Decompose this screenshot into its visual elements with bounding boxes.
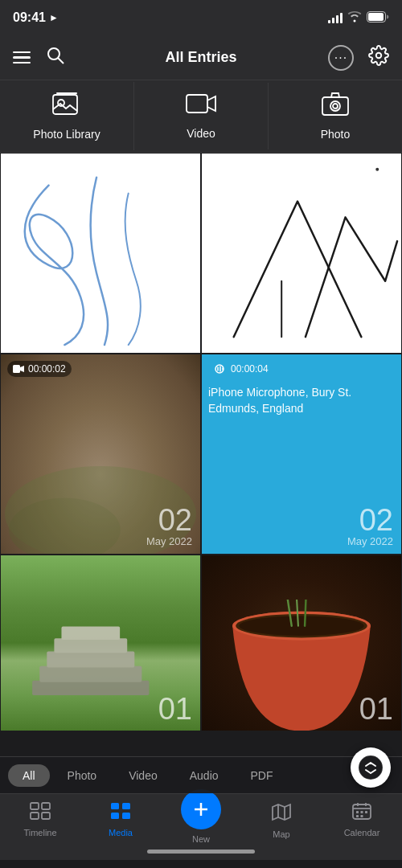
filter-photo[interactable]: Photo [53, 764, 112, 787]
media-label: Media [109, 828, 133, 837]
svg-rect-47 [365, 811, 367, 813]
calendar-icon [352, 802, 371, 825]
search-button[interactable] [47, 47, 64, 69]
svg-rect-9 [322, 97, 348, 115]
tab-bar: Timeline Media New [0, 793, 402, 860]
filter-audio[interactable]: Audio [175, 764, 233, 787]
status-icons [328, 11, 389, 25]
drawing-cell-2[interactable] [201, 153, 402, 354]
svg-point-4 [376, 52, 382, 58]
tab-new[interactable]: New [161, 802, 241, 844]
photo-date-2: 01 [359, 694, 393, 724]
content-grid: 00:00:02 02 May 2022 00:00:04 iPhone Mic… [0, 153, 402, 756]
new-label: New [192, 834, 210, 844]
tab-media[interactable]: Media [80, 802, 161, 837]
svg-point-11 [333, 104, 338, 108]
map-icon [272, 802, 291, 826]
video-icon [186, 92, 216, 121]
wifi-icon [347, 11, 362, 25]
filter-bar: All Photo Video Audio PDF [0, 756, 402, 793]
svg-rect-1 [368, 13, 384, 21]
photo-library-icon [52, 92, 81, 121]
svg-rect-34 [111, 813, 119, 819]
video-date-1: 02 May 2022 [146, 505, 192, 547]
tab-calendar[interactable]: Calendar [322, 802, 402, 837]
svg-rect-5 [53, 95, 77, 114]
svg-rect-16 [32, 681, 149, 695]
timeline-label: Timeline [23, 828, 56, 837]
tab-photo[interactable]: Photo [269, 82, 402, 150]
svg-rect-30 [31, 813, 39, 819]
signal-icon [328, 12, 343, 23]
tab-timeline[interactable]: Timeline [0, 802, 80, 837]
video-duration-badge-1: 00:00:02 [7, 361, 72, 377]
filter-pdf[interactable]: PDF [236, 764, 288, 787]
tab-photo-library[interactable]: Photo Library [0, 82, 134, 150]
svg-rect-49 [361, 815, 363, 817]
nav-left-controls [13, 47, 64, 69]
status-bar: 09:41 ► [0, 0, 402, 35]
fab-button[interactable] [351, 747, 391, 788]
svg-rect-36 [122, 813, 130, 819]
media-icon [110, 802, 131, 825]
svg-rect-32 [42, 813, 50, 819]
svg-rect-45 [356, 811, 359, 813]
drawing-cell-1[interactable] [0, 153, 201, 354]
photo-icon [322, 92, 349, 121]
home-indicator [147, 850, 255, 854]
svg-point-50 [359, 755, 383, 780]
tab-video[interactable]: Video [134, 83, 269, 149]
video-cell-2[interactable]: 00:00:04 iPhone Microphone, Bury St. Edm… [201, 354, 402, 555]
nav-right-controls: ··· [328, 45, 389, 71]
media-type-selector: Photo Library Video Photo [0, 80, 402, 153]
settings-button[interactable] [368, 45, 389, 71]
map-label: Map [273, 829, 289, 839]
page-title: All Entries [165, 49, 236, 66]
location-icon: ► [49, 12, 59, 23]
svg-rect-31 [42, 803, 50, 809]
more-button[interactable]: ··· [328, 45, 354, 71]
calendar-label: Calendar [344, 828, 380, 837]
photo-cell-1[interactable]: 01 [0, 555, 201, 731]
svg-rect-48 [356, 815, 359, 817]
svg-rect-29 [31, 803, 39, 809]
time-label: 09:41 [13, 10, 46, 25]
svg-rect-33 [111, 803, 119, 809]
svg-point-12 [375, 168, 379, 171]
video-duration-badge-2: 00:00:04 [208, 361, 274, 377]
battery-icon [367, 11, 389, 25]
svg-point-24 [239, 616, 363, 636]
nav-bar: All Entries ··· [0, 35, 402, 80]
video-location-info: iPhone Microphone, Bury St. Edmunds, Eng… [208, 385, 401, 416]
svg-rect-46 [361, 811, 363, 813]
svg-rect-15 [13, 365, 20, 373]
svg-rect-20 [61, 627, 120, 640]
svg-rect-17 [39, 666, 142, 682]
svg-point-10 [330, 101, 340, 111]
filter-video[interactable]: Video [114, 764, 172, 787]
svg-point-2 [48, 48, 59, 59]
video-date-2: 02 May 2022 [347, 505, 393, 547]
status-time-display: 09:41 ► [13, 10, 59, 25]
video-cell-1[interactable]: 00:00:02 02 May 2022 [0, 354, 201, 555]
photo-cell-2[interactable]: 01 [201, 555, 402, 731]
svg-rect-35 [122, 803, 130, 809]
tab-map[interactable]: Map [241, 802, 322, 839]
new-button[interactable] [181, 789, 221, 829]
timeline-icon [30, 802, 51, 825]
svg-rect-6 [56, 92, 77, 94]
menu-button[interactable] [13, 51, 31, 64]
photo-date-1: 01 [158, 694, 192, 724]
photo-library-label: Photo Library [33, 128, 100, 141]
svg-rect-8 [187, 95, 207, 113]
filter-all[interactable]: All [8, 764, 50, 787]
video-label: Video [187, 127, 215, 140]
svg-rect-19 [54, 639, 127, 653]
svg-rect-18 [47, 652, 134, 668]
svg-line-3 [58, 58, 64, 63]
photo-label: Photo [321, 128, 351, 141]
